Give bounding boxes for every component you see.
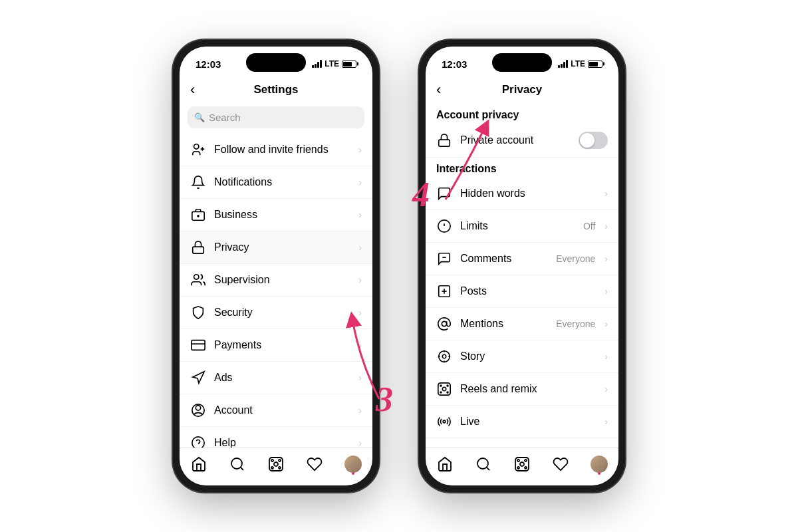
ads-icon	[190, 370, 206, 386]
hidden-words-chevron: ›	[604, 188, 608, 199]
menu-item-mentions[interactable]: Mentions Everyone ›	[426, 308, 618, 340]
nav-home-1[interactable]	[184, 454, 213, 475]
menu-item-payments[interactable]: Payments ›	[180, 329, 372, 362]
menu-item-story[interactable]: Story ›	[426, 340, 618, 373]
signal-bars-1	[312, 60, 322, 68]
limits-label: Limits	[460, 220, 575, 232]
help-icon	[190, 435, 206, 448]
battery-icon-2	[588, 61, 602, 68]
phone1-wrapper: 12:03 LTE ‹ Settings 🔍	[173, 40, 379, 492]
svg-point-58	[517, 460, 519, 462]
search-bar-1[interactable]: 🔍 Search	[188, 106, 364, 128]
svg-point-20	[274, 462, 278, 466]
nav-profile-2[interactable]	[585, 454, 614, 475]
reels-icon-2	[514, 456, 530, 472]
back-button-2[interactable]: ‹	[436, 81, 458, 98]
search-icon-nav-2	[475, 456, 491, 472]
menu-item-help[interactable]: Help ›	[180, 427, 372, 448]
hidden-words-label: Hidden words	[460, 188, 597, 200]
menu-item-supervision[interactable]: Supervision ›	[180, 264, 372, 297]
search-icon-nav-1	[229, 456, 245, 472]
search-placeholder-1: Search	[209, 112, 241, 123]
nav-search-1[interactable]	[223, 454, 252, 475]
avatar-icon-1	[344, 456, 362, 473]
signal-label-2: LTE	[571, 59, 585, 68]
menu-item-live[interactable]: Live ›	[426, 406, 618, 438]
nav-reels-1[interactable]	[261, 454, 291, 475]
status-right-1: LTE	[312, 59, 356, 68]
privacy-label: Privacy	[214, 241, 350, 253]
signal-bars-2	[558, 60, 568, 68]
nav-profile-1[interactable]	[338, 454, 368, 475]
menu-item-posts[interactable]: Posts ›	[426, 275, 618, 308]
svg-point-23	[271, 467, 273, 469]
nav-reels-2[interactable]	[507, 454, 537, 475]
svg-point-36	[442, 354, 446, 358]
svg-point-34	[442, 321, 446, 326]
phone2-inner: 12:03 LTE ‹ Privacy	[426, 47, 618, 485]
svg-point-42	[442, 387, 446, 391]
mentions-label: Mentions	[460, 318, 548, 330]
menu-item-reels-remix[interactable]: Reels and remix ›	[426, 373, 618, 406]
account-chevron: ›	[358, 405, 362, 416]
home-icon-2	[437, 456, 453, 472]
avatar-icon-2	[591, 456, 608, 473]
follow-label: Follow and invite friends	[214, 144, 350, 156]
menu-item-limits[interactable]: Limits Off ›	[426, 210, 618, 243]
menu-item-ads[interactable]: Ads ›	[180, 362, 372, 394]
menu-item-privacy[interactable]: Privacy ›	[180, 231, 372, 264]
security-label: Security	[214, 307, 350, 319]
profile-dot-1	[352, 472, 354, 475]
security-icon	[190, 305, 206, 321]
page-title-2: Privacy	[502, 83, 543, 96]
nav-home-2[interactable]	[430, 454, 460, 475]
supervision-icon	[190, 272, 206, 288]
menu-item-hidden-words[interactable]: Hidden words ›	[426, 178, 618, 210]
private-account-toggle[interactable]	[579, 132, 608, 149]
svg-point-44	[447, 385, 448, 386]
posts-icon	[436, 283, 452, 299]
svg-point-17	[231, 458, 242, 469]
dynamic-island-1	[246, 53, 306, 72]
menu-item-business[interactable]: Business ›	[180, 199, 372, 231]
svg-point-60	[517, 467, 519, 469]
business-chevron: ›	[358, 209, 362, 220]
nav-heart-2[interactable]	[546, 454, 575, 475]
menu-item-private-account[interactable]: Private account	[426, 124, 618, 158]
ads-chevron: ›	[358, 372, 362, 383]
menu-item-notifications[interactable]: Notifications ›	[180, 166, 372, 199]
toggle-knob	[580, 133, 595, 148]
bottom-nav-2	[426, 448, 618, 485]
limits-sublabel: Off	[583, 221, 595, 231]
menu-item-comments[interactable]: Comments Everyone ›	[426, 243, 618, 275]
profile-dot-2	[598, 472, 600, 475]
notifications-chevron: ›	[358, 177, 362, 188]
menu-item-guides[interactable]: Guides ›	[426, 438, 618, 448]
help-label: Help	[214, 437, 350, 448]
reels-remix-icon	[436, 381, 452, 397]
nav-header-2: ‹ Privacy	[426, 76, 618, 104]
svg-line-55	[487, 467, 489, 470]
mentions-icon	[436, 316, 452, 332]
live-label: Live	[460, 416, 597, 428]
phone1: 12:03 LTE ‹ Settings 🔍	[173, 40, 379, 492]
menu-item-follow[interactable]: Follow and invite friends ›	[180, 134, 372, 166]
mentions-sublabel: Everyone	[556, 319, 595, 329]
page-title-1: Settings	[253, 83, 298, 96]
svg-point-21	[271, 460, 273, 462]
follow-icon	[190, 142, 206, 158]
svg-point-10	[196, 406, 200, 410]
svg-rect-6	[193, 247, 204, 253]
home-icon-1	[191, 456, 207, 472]
battery-fill-2	[589, 62, 598, 66]
privacy-content: Account privacy Private account Interact	[426, 104, 618, 448]
menu-item-security[interactable]: Security ›	[180, 297, 372, 329]
business-label: Business	[214, 209, 350, 221]
nav-heart-1[interactable]	[300, 454, 329, 475]
nav-search-2[interactable]	[469, 454, 498, 475]
svg-rect-41	[438, 383, 450, 395]
notifications-icon	[190, 174, 206, 190]
menu-item-account[interactable]: Account ›	[180, 394, 372, 427]
back-button-1[interactable]: ‹	[190, 81, 211, 98]
security-chevron: ›	[358, 307, 362, 318]
